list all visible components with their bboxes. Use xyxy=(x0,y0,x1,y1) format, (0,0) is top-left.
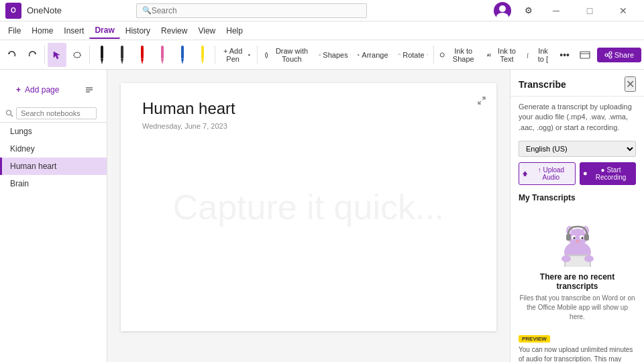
svg-point-57 xyxy=(584,255,594,262)
add-pen-button[interactable]: + Add Pen xyxy=(217,43,254,67)
transcribe-buttons: ↑ Upload Audio ● Start Recording xyxy=(511,162,644,190)
svg-marker-23 xyxy=(400,54,400,54)
page-human-heart[interactable]: Human heart xyxy=(0,158,107,175)
shapes-label: Shapes xyxy=(323,51,347,59)
svg-marker-12 xyxy=(161,59,164,64)
menu-home[interactable]: Home xyxy=(26,23,58,38)
page-date: Wednesday, June 7, 2023 xyxy=(142,122,475,130)
pen-black[interactable] xyxy=(93,43,111,67)
add-page-button[interactable]: + Add page xyxy=(8,81,67,99)
preview-badge: PREVIEW xyxy=(519,335,550,343)
page-title: Human heart xyxy=(142,99,475,118)
svg-point-50 xyxy=(576,240,580,243)
ink-to-text-button[interactable]: Ink to Text xyxy=(483,43,522,67)
sep5 xyxy=(433,46,434,64)
svg-point-56 xyxy=(561,255,571,262)
page-lungs[interactable]: Lungs xyxy=(0,123,107,140)
page-canvas: Human heart Wednesday, June 7, 2023 Capt… xyxy=(121,83,496,331)
page-brain[interactable]: Brain xyxy=(0,175,107,192)
menu-draw[interactable]: Draw xyxy=(89,23,119,39)
select-tool[interactable] xyxy=(48,43,66,67)
ink-to-text-label: Ink to Text xyxy=(494,47,519,63)
menu-review[interactable]: Review xyxy=(156,23,193,38)
svg-point-48 xyxy=(573,237,575,239)
titlebar: O OneNote 🔍 ⚙ ─ □ ✕ xyxy=(0,0,644,21)
sep1 xyxy=(44,46,45,64)
panel-header: Transcribe ✕ xyxy=(511,70,644,97)
svg-rect-21 xyxy=(359,55,360,56)
svg-point-49 xyxy=(581,237,583,239)
add-pen-label: + Add Pen xyxy=(220,47,246,63)
pen-pink[interactable] xyxy=(153,43,172,67)
share-label: Share xyxy=(614,51,634,59)
avatar xyxy=(494,2,511,19)
svg-marker-14 xyxy=(181,59,184,64)
rotate-label: Rotate xyxy=(402,51,424,59)
panel-title: Transcribe xyxy=(519,79,566,90)
menu-file[interactable]: File xyxy=(3,23,26,38)
svg-rect-52 xyxy=(584,234,589,241)
svg-line-32 xyxy=(608,55,609,56)
menu-help[interactable]: Help xyxy=(221,23,248,38)
global-search-box[interactable]: 🔍 xyxy=(136,3,367,18)
svg-point-0 xyxy=(499,5,506,12)
share-button[interactable]: Share xyxy=(597,48,641,62)
lasso-tool[interactable] xyxy=(68,43,87,67)
more-button[interactable]: ••• xyxy=(555,43,574,67)
notebook-settings-btn[interactable] xyxy=(576,43,594,67)
settings-btn[interactable]: ⚙ xyxy=(519,0,538,23)
panel-close-button[interactable]: ✕ xyxy=(625,76,636,92)
expand-button[interactable] xyxy=(472,88,491,113)
arrange-label: Arrange xyxy=(362,51,388,59)
svg-rect-51 xyxy=(566,234,571,241)
upload-label: ↑ Upload Audio xyxy=(530,166,572,181)
close-btn[interactable]: ✕ xyxy=(608,0,639,21)
svg-point-1 xyxy=(496,13,508,19)
notebook-search-input[interactable] xyxy=(16,107,97,119)
arrange-button[interactable]: Arrange xyxy=(355,43,394,67)
main-layout: + Add page Lungs Kidney Human heart Brai… xyxy=(0,70,644,362)
ink-to-math-button[interactable]: ∫ Ink to [ xyxy=(523,43,554,67)
app-logo: O xyxy=(5,3,21,19)
pen-yellow[interactable] xyxy=(193,43,212,67)
minimize-btn[interactable]: ─ xyxy=(541,0,572,21)
sort-button[interactable] xyxy=(80,78,99,102)
ink-to-shape-button[interactable]: Ink to Shape xyxy=(436,43,481,67)
watermark-text: Capture it quick... xyxy=(173,187,445,227)
ink-to-shape-label: Ink to Shape xyxy=(448,47,479,63)
start-recording-button[interactable]: ● Start Recording xyxy=(580,162,637,185)
pen-red[interactable] xyxy=(133,43,152,67)
mascot-illustration xyxy=(544,213,611,267)
language-select[interactable]: English (US) xyxy=(519,141,636,157)
upload-audio-button[interactable]: ↑ Upload Audio xyxy=(519,162,576,185)
menu-view[interactable]: View xyxy=(193,23,221,38)
transcribe-panel: Transcribe ✕ Generate a transcript by up… xyxy=(510,70,644,362)
preview-text: You can now upload unlimited minutes of … xyxy=(511,345,644,362)
search-icon: 🔍 xyxy=(142,6,152,15)
svg-text:∫: ∫ xyxy=(526,52,529,58)
svg-point-39 xyxy=(583,172,586,176)
svg-marker-24 xyxy=(427,54,427,55)
rotate-button[interactable]: Rotate xyxy=(395,43,431,67)
toolbar: + Add Pen Draw with Touch Shapes Arrange… xyxy=(0,40,644,70)
search-input[interactable] xyxy=(152,6,361,15)
pen-blue[interactable] xyxy=(173,43,192,67)
svg-point-30 xyxy=(609,56,612,58)
content-area[interactable]: Human heart Wednesday, June 7, 2023 Capt… xyxy=(107,70,510,362)
undo-button[interactable] xyxy=(3,43,21,67)
notebook-search[interactable] xyxy=(0,105,107,123)
menu-history[interactable]: History xyxy=(120,23,156,38)
redo-button[interactable] xyxy=(23,43,42,67)
svg-line-31 xyxy=(608,54,609,55)
svg-marker-22 xyxy=(390,54,391,55)
svg-point-36 xyxy=(7,111,11,115)
sep2 xyxy=(89,46,90,64)
page-kidney[interactable]: Kidney xyxy=(0,140,107,158)
menu-insert[interactable]: Insert xyxy=(58,23,89,38)
pen-darkblue[interactable] xyxy=(113,43,131,67)
restore-btn[interactable]: □ xyxy=(574,0,605,21)
svg-rect-20 xyxy=(358,54,359,54)
draw-with-touch-button[interactable]: Draw with Touch xyxy=(260,43,315,67)
shapes-button[interactable]: Shapes xyxy=(316,43,354,67)
empty-title: There are no recent transcripts xyxy=(519,272,636,291)
